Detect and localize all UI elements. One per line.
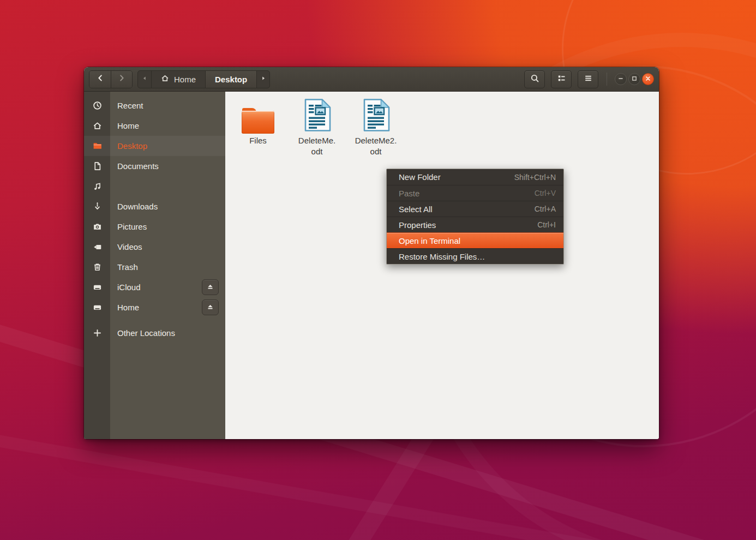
- home-icon: [161, 74, 169, 84]
- titlebar-right: [518, 70, 654, 88]
- minimize-icon: [617, 74, 624, 84]
- sidebar-item-documents[interactable]: Documents: [84, 156, 225, 176]
- eject-button[interactable]: [202, 299, 219, 315]
- menu-item-label: Properties: [399, 220, 436, 230]
- menu-item-accelerator: Shift+Ctrl+N: [514, 173, 556, 182]
- sidebar-item-recent[interactable]: Recent: [84, 95, 225, 116]
- menu-item-properties[interactable]: Properties Ctrl+I: [387, 217, 563, 232]
- breadcrumb-prev-button[interactable]: [138, 71, 151, 88]
- sidebar-item-music[interactable]: [84, 176, 225, 196]
- menu-item-new-folder[interactable]: New Folder Shift+Ctrl+N: [387, 169, 563, 185]
- eject-button[interactable]: [202, 279, 219, 295]
- sidebar-item-home[interactable]: Home: [84, 116, 225, 136]
- view-toggle-button[interactable]: [551, 70, 572, 88]
- menu-item-label: New Folder: [399, 172, 441, 182]
- menu-item-restore-missing-files[interactable]: Restore Missing Files…: [387, 248, 563, 264]
- back-button[interactable]: [89, 71, 111, 88]
- sidebar-item-pictures[interactable]: Pictures: [84, 217, 225, 237]
- trash-icon: [84, 262, 110, 272]
- wallpaper-band-decoration: [0, 427, 756, 540]
- home-icon: [84, 121, 110, 130]
- sidebar-item-other-locations[interactable]: Other Locations: [84, 323, 225, 343]
- context-menu: New Folder Shift+Ctrl+N Paste Ctrl+V Sel…: [386, 169, 564, 265]
- menu-item-accelerator: Ctrl+I: [537, 220, 556, 229]
- menu-item-label: Open in Terminal: [399, 236, 460, 245]
- titlebar-divider: [607, 73, 607, 86]
- caret-left-icon: [141, 74, 148, 84]
- sidebar-item-videos[interactable]: Videos: [84, 237, 225, 257]
- menu-item-select-all[interactable]: Select All Ctrl+A: [387, 201, 563, 217]
- menu-button[interactable]: [578, 70, 598, 88]
- document-icon: [84, 161, 110, 171]
- breadcrumb-home-button[interactable]: Home: [151, 71, 205, 88]
- breadcrumb-current-button[interactable]: Desktop: [205, 71, 256, 88]
- download-icon: [84, 202, 110, 211]
- maximize-icon: [631, 74, 638, 84]
- file-item-deleteme-odt[interactable]: DeleteMe. odt: [291, 99, 343, 158]
- chevron-right-icon: [117, 74, 126, 85]
- eject-icon: [206, 303, 214, 313]
- file-label: DeleteMe. odt: [298, 135, 335, 158]
- drive-icon: [84, 303, 110, 312]
- sidebar: Recent Home Desktop Documents Downloads …: [84, 92, 225, 439]
- search-button[interactable]: [524, 70, 545, 88]
- breadcrumb: Home Desktop: [137, 70, 270, 88]
- video-icon: [84, 242, 110, 251]
- menu-item-open-in-terminal[interactable]: Open in Terminal: [387, 232, 563, 248]
- folder-icon: [84, 141, 110, 151]
- camera-icon: [84, 222, 110, 231]
- minimize-button[interactable]: [615, 73, 627, 85]
- view-list-icon: [557, 74, 566, 85]
- clock-icon: [84, 101, 110, 110]
- writer-document-icon: [303, 99, 331, 134]
- hamburger-icon: [584, 74, 593, 85]
- plus-icon: [84, 328, 110, 338]
- forward-button[interactable]: [111, 71, 132, 88]
- menu-item-label: Paste: [399, 189, 419, 198]
- file-item-files[interactable]: Files: [232, 99, 284, 158]
- folder-icon: [242, 108, 274, 134]
- close-icon: [645, 74, 651, 84]
- file-item-deleteme2-odt[interactable]: DeleteMe2. odt: [350, 99, 402, 158]
- writer-document-icon: [362, 99, 390, 134]
- menu-item-accelerator: Ctrl+V: [535, 189, 556, 197]
- menu-item-accelerator: Ctrl+A: [535, 205, 556, 213]
- music-icon: [84, 182, 110, 191]
- sidebar-item-desktop[interactable]: Desktop: [84, 136, 225, 156]
- navigation-buttons: [89, 70, 133, 88]
- caret-right-icon: [260, 74, 267, 84]
- file-label: Files: [249, 135, 267, 146]
- file-view[interactable]: Files DeleteMe. odt DeleteMe2. odt: [225, 92, 659, 439]
- breadcrumb-home-label: Home: [174, 75, 196, 84]
- eject-icon: [206, 283, 214, 292]
- maximize-button[interactable]: [628, 73, 640, 85]
- menu-item-label: Restore Missing Files…: [399, 252, 485, 261]
- breadcrumb-next-button[interactable]: [256, 71, 269, 88]
- chevron-left-icon: [96, 74, 105, 85]
- sidebar-item-icloud[interactable]: iCloud: [84, 277, 225, 297]
- search-icon: [530, 74, 539, 85]
- sidebar-item-home[interactable]: Home: [84, 297, 225, 317]
- drive-icon: [84, 283, 110, 292]
- sidebar-item-trash[interactable]: Trash: [84, 257, 225, 277]
- menu-item-paste[interactable]: Paste Ctrl+V: [387, 185, 563, 201]
- files-window: Home Desktop Recent Home Desktop: [84, 67, 659, 439]
- close-button[interactable]: [642, 73, 654, 85]
- titlebar[interactable]: Home Desktop: [84, 67, 659, 92]
- breadcrumb-current-label: Desktop: [215, 75, 247, 84]
- file-label: DeleteMe2. odt: [355, 135, 397, 158]
- menu-item-label: Select All: [399, 205, 433, 214]
- sidebar-item-downloads[interactable]: Downloads: [84, 196, 225, 217]
